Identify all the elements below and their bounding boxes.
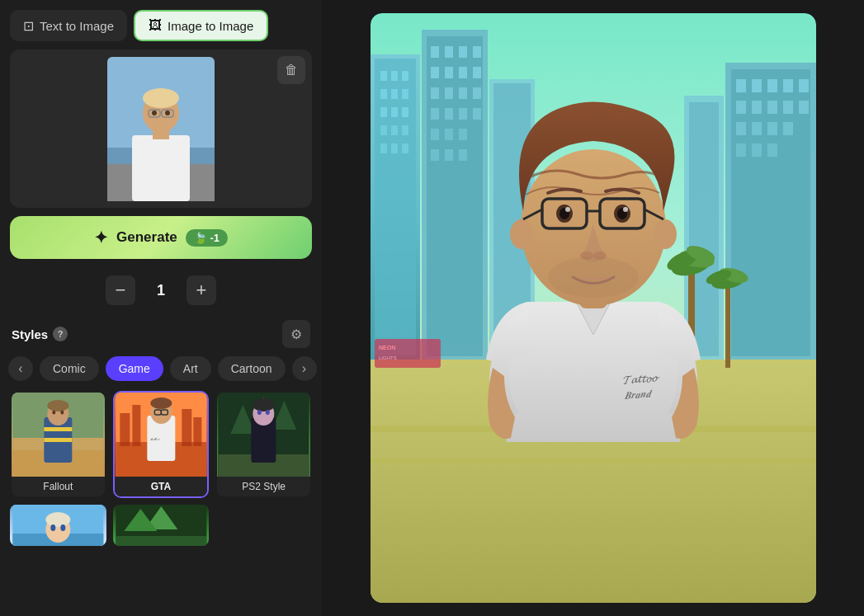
tab-image-to-image[interactable]: 🖼 Image to Image [134, 10, 268, 41]
svg-text:𝓉𝒶𝓉𝓉𝑜𝑜: 𝓉𝒶𝓉𝓉𝑜𝑜 [150, 437, 160, 441]
svg-point-20 [52, 411, 55, 415]
svg-point-151 [623, 207, 628, 212]
chevron-right-icon: › [302, 361, 306, 376]
filter-cartoon[interactable]: Cartoon [218, 356, 286, 381]
svg-rect-18 [44, 427, 72, 431]
styles-label: Styles [12, 327, 48, 341]
svg-rect-82 [473, 67, 481, 78]
svg-rect-88 [445, 108, 453, 120]
filter-art-label: Art [183, 362, 198, 375]
svg-rect-110 [799, 101, 809, 114]
gear-icon: ⚙ [290, 327, 302, 342]
svg-rect-93 [459, 129, 467, 140]
filter-comic[interactable]: Comic [40, 356, 99, 381]
svg-point-154 [548, 256, 639, 298]
fallout-preview [12, 393, 105, 477]
filter-cartoon-label: Cartoon [231, 362, 272, 375]
svg-rect-62 [391, 89, 398, 99]
svg-rect-80 [445, 67, 453, 78]
filter-prev-button[interactable]: ‹ [8, 356, 33, 381]
svg-rect-66 [402, 107, 408, 117]
left-panel: ⊡ Text to Image 🖼 Image to Image [0, 0, 322, 616]
svg-rect-117 [767, 143, 777, 157]
svg-rect-3 [132, 135, 190, 201]
svg-rect-116 [752, 143, 762, 157]
generate-button[interactable]: ✦ Generate 🍃 -1 [10, 216, 312, 259]
svg-point-43 [257, 410, 262, 415]
svg-rect-64 [380, 107, 387, 117]
svg-rect-131 [725, 285, 730, 368]
gta-illustration: NEON LIGHTS [371, 13, 816, 603]
increase-count-button[interactable]: + [186, 275, 216, 305]
svg-rect-27 [193, 417, 201, 446]
generate-section: ✦ Generate 🍃 -1 [0, 216, 322, 269]
uploaded-photo [107, 57, 215, 201]
style-filters: ‹ Comic Game Art Cartoon › [0, 356, 322, 391]
svg-rect-61 [380, 89, 387, 99]
tab-text-to-image[interactable]: ⊡ Text to Image [10, 10, 127, 41]
tab-image-to-image-label: Image to Image [168, 19, 253, 33]
filter-game[interactable]: Game [106, 356, 163, 381]
styles-settings-button[interactable]: ⚙ [282, 320, 310, 348]
svg-rect-122 [371, 458, 816, 463]
svg-rect-102 [752, 79, 762, 92]
delete-icon: 🗑 [285, 63, 298, 78]
style-cards-row2 [0, 498, 322, 546]
svg-rect-65 [391, 107, 398, 117]
svg-point-49 [50, 524, 55, 531]
svg-rect-57 [375, 59, 416, 355]
style-card-anime-preview[interactable] [10, 505, 106, 546]
upload-preview [10, 49, 312, 208]
filter-art[interactable]: Art [170, 356, 211, 381]
svg-text:LIGHTS: LIGHTS [379, 355, 397, 360]
filter-comic-label: Comic [53, 362, 86, 375]
style-card-ps2[interactable]: PS2 Style [215, 391, 312, 498]
help-icon[interactable]: ? [53, 327, 68, 341]
filter-game-label: Game [119, 362, 150, 375]
style-cards-grid: Fallout [0, 391, 322, 498]
right-panel: NEON LIGHTS [322, 0, 864, 616]
svg-rect-107 [752, 101, 762, 114]
style-card-gta[interactable]: 𝓉𝒶𝓉𝓉𝑜𝑜 GTA [113, 391, 210, 498]
gta-preview: 𝓉𝒶𝓉𝓉𝑜𝑜 [115, 393, 208, 477]
ps2-preview [217, 393, 310, 477]
svg-rect-75 [431, 46, 439, 58]
svg-point-150 [565, 207, 570, 212]
svg-rect-105 [799, 79, 809, 92]
filter-next-button[interactable]: › [292, 356, 317, 381]
delete-button[interactable]: 🗑 [277, 56, 305, 84]
svg-point-137 [510, 219, 533, 249]
svg-rect-17 [44, 438, 72, 442]
svg-rect-90 [473, 108, 481, 120]
svg-point-138 [654, 219, 677, 249]
svg-rect-108 [767, 101, 777, 114]
svg-rect-101 [736, 79, 746, 92]
svg-rect-92 [445, 129, 453, 140]
svg-point-42 [253, 398, 275, 411]
upload-area[interactable]: 🗑 [10, 49, 312, 208]
style-card-fallout[interactable]: Fallout [10, 391, 106, 498]
svg-rect-94 [431, 149, 439, 161]
svg-point-30 [150, 397, 172, 409]
svg-rect-70 [380, 143, 387, 153]
decrease-count-button[interactable]: − [106, 275, 135, 305]
svg-point-48 [45, 512, 70, 527]
svg-rect-91 [431, 129, 439, 140]
styles-header: Styles ? ⚙ [0, 317, 322, 356]
svg-rect-112 [752, 122, 762, 135]
svg-rect-76 [445, 46, 453, 58]
styles-title: Styles ? [12, 327, 68, 341]
chevron-left-icon: ‹ [18, 361, 22, 376]
svg-rect-83 [431, 87, 439, 99]
increase-icon: + [196, 280, 207, 301]
svg-point-6 [143, 88, 179, 108]
svg-rect-87 [431, 108, 439, 120]
svg-rect-72 [402, 143, 408, 153]
style-card-green-preview[interactable] [113, 505, 210, 546]
svg-rect-74 [427, 36, 483, 356]
svg-rect-59 [391, 71, 398, 81]
tab-text-to-image-label: Text to Image [40, 19, 114, 33]
svg-rect-111 [736, 122, 746, 135]
svg-rect-24 [120, 413, 130, 446]
svg-rect-54 [116, 536, 206, 546]
